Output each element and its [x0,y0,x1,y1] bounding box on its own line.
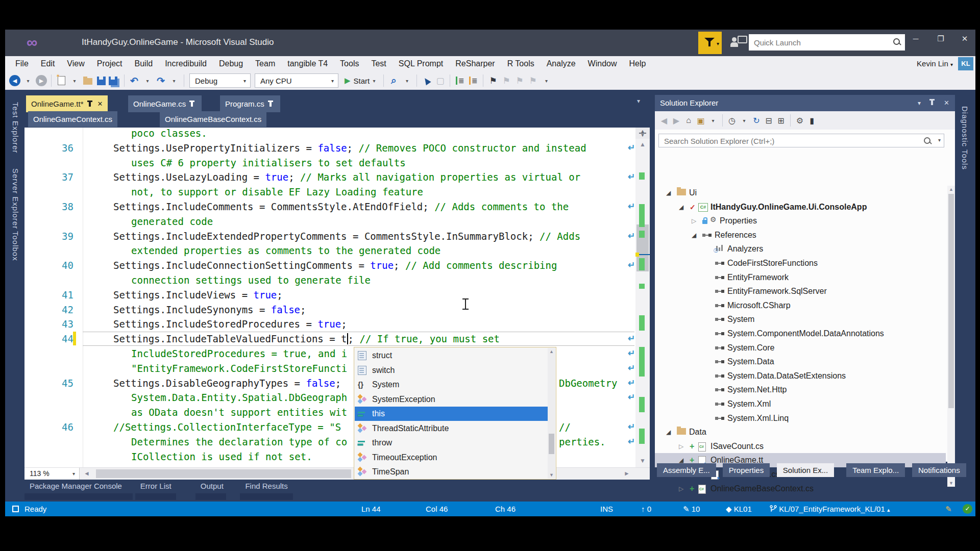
tree-item-system-net-http[interactable]: System.Net.Http [655,383,946,397]
tree-item-entityframework[interactable]: EntityFramework [655,270,946,285]
quick-launch-input[interactable] [753,36,883,48]
tree-item-codefirststorefunctions[interactable]: CodeFirstStoreFunctions [655,256,946,270]
tree-item-properties[interactable]: ▷⚙Properties [655,214,946,228]
forward-icon[interactable]: ▶ [671,113,682,128]
code-line[interactable]: Settings.IncludeViews = true; [113,288,283,302]
completion-item-throw[interactable]: throw [355,436,548,450]
status-character[interactable]: Ch 46 [495,502,516,516]
code-line[interactable]: Settings.IncludeStoredProcedures = true; [113,317,347,331]
h-scrollbar-thumb[interactable] [96,469,351,478]
workspace-indicator[interactable]: ◆ KL01 [726,502,752,516]
code-line[interactable]: Settings.IncludeComments = CommentsStyle… [113,199,569,214]
back-icon[interactable]: ◀ [658,113,670,128]
redo-icon[interactable]: ↷ [155,73,167,88]
collapse-arrow-icon[interactable]: ◢ [679,200,683,214]
save-icon[interactable] [95,73,107,88]
close-icon[interactable]: ✕ [97,100,103,108]
sync-status-icon[interactable]: ✓ [963,504,972,514]
code-line[interactable]: Settings.DisableGeographyTypes = false; [113,376,341,390]
menu-analyze[interactable]: Analyze [541,59,582,68]
collapse-all-icon[interactable]: ⊟ [763,113,774,128]
document-tab-onlinegame-cs[interactable]: OnlineGame.cs [128,95,202,112]
platform-dropdown[interactable]: Any CPU▾ [255,73,338,88]
code-line[interactable]: Determines the declaration type of co [131,435,347,449]
code-line[interactable]: Settings.IncludeSynonyms = false; [113,303,306,317]
code-line[interactable]: Settings.UsePropertyInitializers = false… [113,141,586,155]
status-insert-mode[interactable]: INS [600,502,613,516]
feedback-pencil-icon[interactable]: ✎ [945,502,952,516]
menu-incredibuild[interactable]: Incredibuild [159,59,213,68]
undo-icon[interactable]: ↶ [128,73,140,88]
sidebar-tab-toolbox[interactable]: Toolbox [11,231,20,261]
menu-edit[interactable]: Edit [35,59,61,68]
show-all-files-icon[interactable]: ⊞ [775,113,787,128]
completion-item-struct[interactable]: struct [355,348,548,363]
incoming-commits[interactable]: ↑ 0 [641,502,651,516]
code-line[interactable]: uses C# 6 property initialisers to set d… [131,156,406,170]
open-folder-icon[interactable] [82,73,94,88]
intellisense-scrollbar[interactable]: ▲ ▼ [548,348,555,479]
start-debug-button[interactable]: ▶Start ▾ [345,76,376,85]
tool-tab-notifications[interactable]: Notifications [912,463,966,477]
edits-indicator[interactable]: ✎ 10 [683,502,700,516]
code-line[interactable]: ICollection is used if not set. [131,449,312,464]
selection-pointer-icon[interactable] [421,73,433,88]
overflow-dropdown-icon[interactable]: ▾ [401,73,413,88]
tree-item-system[interactable]: System [655,312,946,327]
code-line[interactable]: Settings.IncludeConnectionSettingComment… [113,258,557,272]
solution-search-box[interactable]: ▾ [658,134,944,147]
code-line[interactable]: poco classes. [131,128,207,140]
format-document-icon[interactable]: ▢ [434,73,446,88]
panel-tab-package-manager-console[interactable]: Package Manager Console [30,481,122,492]
home-icon[interactable]: ⌂ [683,113,694,128]
panel-tab-find-results[interactable]: Find Results [245,481,287,492]
back-dropdown-icon[interactable]: ▾ [22,73,34,88]
close-button[interactable]: ✕ [954,30,975,48]
pin-icon[interactable] [270,102,272,107]
code-line[interactable]: IncludeStoredProcedures = true, and i [131,346,347,361]
save-all-icon[interactable] [108,73,120,88]
pending-changes-filter-icon[interactable]: ◷ [726,113,738,128]
code-line[interactable]: connection settings used to generate fil… [131,273,371,287]
zoom-control[interactable]: 113 %▾ [24,468,80,480]
code-line[interactable]: "EntityFramework.CodeFirstStoreFuncti [131,361,347,375]
tree-item-entityframework-sqlserver[interactable]: EntityFramework.SqlServer [655,284,946,298]
menu-sql-prompt[interactable]: SQL Prompt [393,59,449,68]
menu-help[interactable]: Help [623,59,652,68]
document-tab-program-cs[interactable]: Program.cs [220,95,280,112]
feedback-button[interactable] [730,36,747,50]
tree-item-system-componentmodel-dataannotations[interactable]: System.ComponentModel.DataAnnotations [655,327,946,341]
sidebar-tab-test-explorer[interactable]: Test Explorer [11,102,20,154]
solution-explorer-header[interactable]: Solution Explorer ▾ ✕ [655,95,955,111]
menu-tangible-t4[interactable]: tangible T4 [281,59,334,68]
expand-arrow-icon[interactable]: ▷ [679,482,683,496]
completion-item-timeoutexception[interactable]: TimeoutException [355,450,548,465]
panel-tab-error-list[interactable]: Error List [140,481,172,492]
clear-bookmarks-icon[interactable]: ⚑ [527,73,539,88]
menu-resharper[interactable]: ReSharper [449,59,501,68]
preview-selected-items-icon[interactable]: ▮ [806,113,818,128]
collapse-arrow-icon[interactable]: ◢ [666,425,671,439]
overflow-dropdown-icon[interactable]: ▾ [540,73,552,88]
maximize-button[interactable]: ❐ [930,30,951,48]
tree-item-ui[interactable]: ◢Ui [655,186,946,200]
tool-tab-solution-ex-[interactable]: Solution Ex... [777,463,834,477]
tree-item-data[interactable]: ◢Data [655,425,946,439]
menu-file[interactable]: File [9,59,35,68]
expand-arrow-icon[interactable]: ▷ [692,214,696,228]
collapse-arrow-icon[interactable]: ◢ [666,186,671,200]
scroll-down-icon[interactable]: ▼ [635,457,650,464]
list-members-icon[interactable]: ≣ [454,73,466,88]
new-file-icon[interactable] [55,73,67,88]
tool-tab-assembly-e-[interactable]: Assembly E... [657,463,716,477]
completion-item-this[interactable]: this [355,407,548,421]
menu-test[interactable]: Test [365,59,392,68]
dropdown-icon[interactable]: ▾ [739,113,750,128]
menu-tools[interactable]: Tools [334,59,365,68]
properties-icon[interactable]: ⚙ [794,113,805,128]
completion-item-threadstaticattribute[interactable]: ThreadStaticAttribute [355,421,548,436]
code-line[interactable]: Settings.IncludeTableValuedFunctions = t… [113,332,500,346]
filter-button[interactable]: ▾ [698,32,722,54]
document-tab-onlinegame-tt-[interactable]: OnlineGame.tt*✕ [26,95,108,112]
panel-tab-output[interactable]: Output [201,481,224,492]
